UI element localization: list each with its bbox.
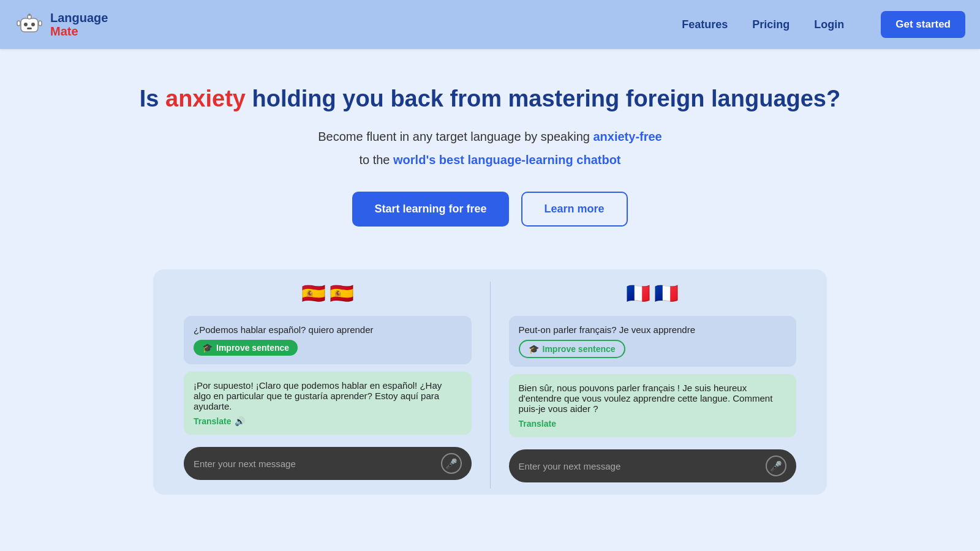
- nav-login[interactable]: Login: [814, 18, 844, 31]
- nav-pricing[interactable]: Pricing: [752, 18, 790, 31]
- right-input-placeholder: Enter your next message: [519, 461, 766, 471]
- hero-title-pre: Is: [140, 86, 165, 111]
- demo-panel-right-flags: 🇫🇷 🇫🇷: [509, 282, 797, 305]
- right-bot-message: Bien sûr, nous pouvons parler français !…: [519, 383, 773, 414]
- right-improve-label: Improve sentence: [543, 344, 616, 354]
- subtitle-mid: to the: [359, 153, 393, 167]
- right-improve-btn[interactable]: 🎓 Improve sentence: [519, 340, 625, 358]
- left-input-area[interactable]: Enter your next message 🎤: [184, 447, 472, 480]
- hero-subtitle-line2: to the world's best language-learning ch…: [12, 150, 968, 170]
- get-started-button[interactable]: Get started: [881, 11, 965, 38]
- hero-title: Is anxiety holding you back from masteri…: [12, 86, 968, 112]
- panel-divider: [490, 282, 491, 489]
- left-improve-btn[interactable]: 🎓 Improve sentence: [194, 340, 298, 356]
- navbar: Language Mate Features Pricing Login Get…: [0, 0, 980, 49]
- volume-icon-left: 🔊: [235, 416, 245, 426]
- hero-title-anxiety: anxiety: [165, 86, 246, 111]
- svg-rect-3: [27, 28, 32, 29]
- logo-line1: Language: [50, 11, 108, 24]
- right-mic-button[interactable]: 🎤: [766, 455, 786, 476]
- left-translate-link[interactable]: Translate 🔊: [194, 416, 245, 426]
- demo-panel-left-flags: 🇪🇸 🇪🇸: [184, 282, 472, 305]
- logo-text: Language Mate: [50, 11, 108, 38]
- nav-features[interactable]: Features: [682, 18, 728, 31]
- svg-rect-6: [17, 21, 20, 26]
- right-user-bubble: Peut-on parler français? Je veux apprend…: [509, 316, 797, 367]
- nav-links: Features Pricing Login Get started: [682, 11, 965, 38]
- hero-buttons: Start learning for free Learn more: [12, 192, 968, 227]
- right-user-message: Peut-on parler français? Je veux apprend…: [519, 324, 696, 335]
- mic-icon-left: 🎤: [445, 458, 458, 470]
- left-translate-label: Translate: [194, 416, 231, 426]
- left-improve-label: Improve sentence: [216, 343, 289, 353]
- left-mic-button[interactable]: 🎤: [441, 453, 462, 474]
- subtitle-chatbot: world's best language-learning chatbot: [393, 153, 620, 167]
- demo-panel-right: 🇫🇷 🇫🇷 Peut-on parler français? Je veux a…: [497, 282, 809, 489]
- subtitle-anxiety-free: anxiety-free: [593, 130, 662, 143]
- logo-line2: Mate: [50, 24, 108, 38]
- left-bot-message: ¡Por supuesto! ¡Claro que podemos hablar…: [194, 380, 442, 411]
- left-bot-bubble: ¡Por supuesto! ¡Claro que podemos hablar…: [184, 372, 472, 435]
- left-user-bubble: ¿Podemos hablar español? quiero aprender…: [184, 316, 472, 364]
- right-input-area[interactable]: Enter your next message 🎤: [509, 449, 797, 482]
- flag-icon-right-2: 🇫🇷: [654, 282, 679, 305]
- svg-point-2: [31, 23, 35, 26]
- demo-panel-left: 🇪🇸 🇪🇸 ¿Podemos hablar español? quiero ap…: [172, 282, 484, 489]
- mic-icon-right: 🎤: [770, 460, 782, 472]
- flag-icon-left-1: 🇪🇸: [301, 282, 326, 305]
- svg-rect-7: [39, 21, 42, 26]
- flag-icon-left-2: 🇪🇸: [330, 282, 354, 305]
- start-learning-button[interactable]: Start learning for free: [352, 192, 508, 227]
- right-bot-bubble: Bien sûr, nous pouvons parler français !…: [509, 374, 797, 437]
- svg-point-5: [28, 13, 31, 16]
- hero-subtitle-line1: Become fluent in any target language by …: [12, 127, 968, 146]
- logo-icon: [15, 10, 44, 39]
- right-translate-label: Translate: [519, 419, 556, 429]
- graduation-icon-right: 🎓: [529, 344, 539, 354]
- svg-point-1: [24, 23, 28, 26]
- flag-icon-right-1: 🇫🇷: [626, 282, 650, 305]
- hero-title-post: holding you back from mastering foreign …: [246, 86, 840, 111]
- left-user-message: ¿Podemos hablar español? quiero aprender: [194, 324, 374, 335]
- hero-section: Is anxiety holding you back from masteri…: [0, 49, 980, 245]
- subtitle-pre: Become fluent in any target language by …: [318, 130, 593, 143]
- logo-area: Language Mate: [15, 10, 682, 39]
- svg-rect-0: [21, 18, 38, 32]
- graduation-icon-left: 🎓: [202, 343, 213, 353]
- right-translate-link[interactable]: Translate: [519, 419, 556, 429]
- left-input-placeholder: Enter your next message: [194, 459, 441, 469]
- demo-area: 🇪🇸 🇪🇸 ¿Podemos hablar español? quiero ap…: [153, 269, 827, 495]
- learn-more-button[interactable]: Learn more: [521, 192, 628, 227]
